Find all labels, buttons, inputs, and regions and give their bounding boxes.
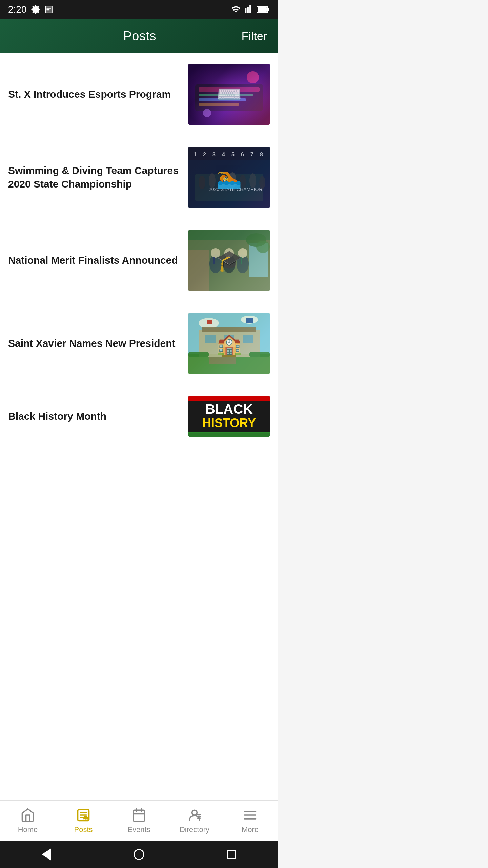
svg-text:6: 6 [241,152,244,157]
svg-text:2: 2 [203,152,206,157]
svg-rect-41 [227,257,228,264]
android-navigation-bar [0,841,278,868]
svg-rect-60 [246,318,253,323]
svg-text:7: 7 [250,152,253,157]
svg-point-23 [199,176,205,189]
post-thumbnail: BLACK HISTORY [188,396,270,437]
svg-rect-53 [224,335,234,343]
svg-rect-40 [214,257,215,264]
sidebar-item-events[interactable]: Events [111,801,167,841]
back-icon [42,848,51,861]
android-back-button[interactable] [36,844,57,865]
list-item[interactable]: Saint Xavier Names New President [0,302,278,385]
svg-point-26 [229,172,236,188]
svg-rect-62 [207,320,212,324]
svg-text:BLACK: BLACK [205,401,253,416]
app-header: Posts Filter [0,19,278,53]
svg-point-29 [259,176,265,189]
home-circle-icon [134,849,144,860]
svg-rect-54 [243,335,253,343]
android-recents-button[interactable] [221,844,242,865]
bottom-navigation: Home Posts Events [0,800,278,841]
svg-text:3: 3 [212,152,216,157]
battery-icon [257,5,270,14]
nav-label-home: Home [18,825,38,834]
svg-text:1: 1 [194,152,197,157]
svg-rect-64 [188,396,270,401]
signal-icon [245,5,253,14]
status-left: 2:20 [8,4,53,15]
android-home-button[interactable] [129,844,149,865]
svg-point-37 [224,248,234,258]
post-text: National Merit Finalists Announced [8,254,188,268]
svg-rect-55 [222,347,236,357]
svg-rect-58 [249,352,270,357]
sidebar-item-posts[interactable]: Posts [56,801,111,841]
svg-point-39 [238,248,247,258]
svg-point-44 [256,241,270,253]
sidebar-item-directory[interactable]: Directory [167,801,222,841]
home-icon [20,808,35,823]
post-thumbnail [188,230,270,291]
post-text: Swimming & Diving Team Captures 2020 Sta… [8,164,188,191]
svg-rect-52 [205,335,216,343]
svg-rect-51 [202,327,256,332]
post-thumbnail [188,64,270,125]
posts-list: St. X Introduces Esports Program [0,53,278,800]
status-right [230,5,270,14]
post-title: Swimming & Diving Team Captures 2020 Sta… [8,164,180,191]
post-title: Saint Xavier Names New President [8,337,180,351]
posts-icon [76,808,91,823]
svg-rect-8 [199,103,239,106]
settings-icon [31,5,40,14]
sidebar-item-more[interactable]: More [222,801,278,841]
notes-icon [44,5,53,14]
directory-icon [187,808,202,823]
wifi-icon [230,5,241,14]
post-text: Saint Xavier Names New President [8,337,188,351]
svg-point-25 [219,174,226,189]
post-thumbnail [188,313,270,374]
post-title: Black History Month [8,410,180,423]
svg-point-28 [249,173,256,188]
svg-text:5: 5 [231,152,235,157]
more-icon [243,808,258,823]
list-item[interactable]: St. X Introduces Esports Program [0,53,278,136]
svg-rect-2 [258,7,267,12]
svg-point-77 [192,810,197,815]
post-title: St. X Introduces Esports Program [8,87,180,101]
svg-rect-56 [209,357,236,364]
svg-point-10 [203,109,211,117]
svg-text:4: 4 [222,152,225,157]
svg-rect-1 [268,8,269,11]
page-title: Posts [38,29,241,43]
svg-text:HISTORY: HISTORY [202,416,256,430]
svg-point-9 [247,71,259,83]
svg-rect-73 [134,810,145,821]
svg-rect-6 [199,94,253,96]
svg-rect-42 [241,257,242,264]
list-item[interactable]: Swimming & Diving Team Captures 2020 Sta… [0,136,278,219]
sidebar-item-home[interactable]: Home [0,801,56,841]
nav-label-directory: Directory [180,825,209,834]
svg-text:8: 8 [260,152,263,157]
nav-label-events: Events [127,825,150,834]
svg-point-35 [211,248,220,258]
recents-icon [227,850,236,859]
svg-rect-5 [199,87,260,92]
svg-rect-7 [199,98,246,101]
svg-rect-65 [188,432,270,437]
nav-label-more: More [242,825,259,834]
post-text: St. X Introduces Esports Program [8,87,188,101]
svg-rect-12 [188,147,270,160]
filter-button[interactable]: Filter [241,29,267,43]
post-title: National Merit Finalists Announced [8,254,180,268]
svg-point-36 [223,254,235,273]
list-item[interactable]: Black History Month BLACK HISTORY [0,385,278,443]
post-text: Black History Month [8,410,188,423]
events-icon [131,808,146,823]
list-item[interactable]: National Merit Finalists Announced [0,219,278,302]
svg-point-24 [209,173,216,188]
time-display: 2:20 [8,4,27,15]
status-bar: 2:20 [0,0,278,19]
